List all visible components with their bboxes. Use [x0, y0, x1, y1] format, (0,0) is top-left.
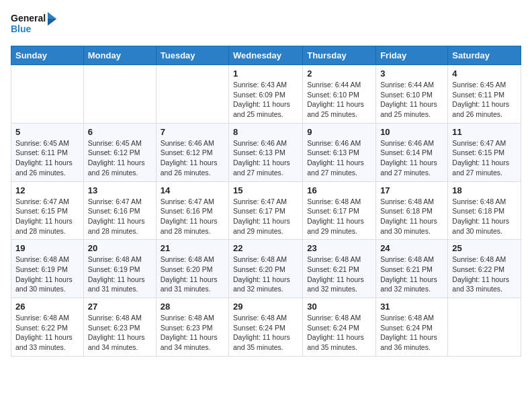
day-detail: Sunrise: 6:46 AM Sunset: 6:12 PM Dayligh… [161, 138, 224, 178]
col-header-friday: Friday [376, 46, 448, 65]
calendar-cell: 28Sunrise: 6:48 AM Sunset: 6:23 PM Dayli… [156, 298, 228, 357]
day-detail: Sunrise: 6:47 AM Sunset: 6:15 PM Dayligh… [15, 197, 79, 236]
day-number: 31 [380, 302, 443, 312]
day-detail: Sunrise: 6:48 AM Sunset: 6:21 PM Dayligh… [307, 255, 371, 294]
day-number: 22 [233, 243, 298, 253]
calendar-cell: 29Sunrise: 6:48 AM Sunset: 6:24 PM Dayli… [229, 298, 303, 357]
calendar-cell: 21Sunrise: 6:48 AM Sunset: 6:20 PM Dayli… [156, 240, 228, 298]
calendar-cell: 4Sunrise: 6:45 AM Sunset: 6:11 PM Daylig… [448, 65, 521, 124]
day-detail: Sunrise: 6:48 AM Sunset: 6:20 PM Dayligh… [161, 255, 224, 294]
day-number: 12 [15, 185, 79, 195]
day-detail: Sunrise: 6:47 AM Sunset: 6:17 PM Dayligh… [233, 197, 298, 236]
day-detail: Sunrise: 6:47 AM Sunset: 6:15 PM Dayligh… [452, 138, 517, 178]
svg-text:General: General [11, 13, 46, 24]
calendar-cell: 8Sunrise: 6:46 AM Sunset: 6:13 PM Daylig… [229, 123, 303, 181]
day-number: 24 [380, 243, 443, 253]
calendar-week-row: 5Sunrise: 6:45 AM Sunset: 6:11 PM Daylig… [11, 123, 521, 181]
day-detail: Sunrise: 6:48 AM Sunset: 6:19 PM Dayligh… [88, 255, 152, 294]
calendar-cell: 10Sunrise: 6:46 AM Sunset: 6:14 PM Dayli… [376, 123, 448, 181]
day-number: 10 [380, 127, 443, 137]
day-number: 5 [15, 127, 79, 137]
calendar-cell: 9Sunrise: 6:46 AM Sunset: 6:13 PM Daylig… [303, 123, 376, 181]
calendar-cell: 17Sunrise: 6:48 AM Sunset: 6:18 PM Dayli… [376, 181, 448, 240]
day-detail: Sunrise: 6:48 AM Sunset: 6:24 PM Dayligh… [233, 313, 298, 353]
calendar-cell: 24Sunrise: 6:48 AM Sunset: 6:21 PM Dayli… [376, 240, 448, 298]
day-number: 3 [380, 68, 443, 79]
calendar-cell: 1Sunrise: 6:43 AM Sunset: 6:09 PM Daylig… [229, 65, 303, 124]
calendar-cell [83, 65, 156, 124]
calendar-cell: 23Sunrise: 6:48 AM Sunset: 6:21 PM Dayli… [303, 240, 376, 298]
day-detail: Sunrise: 6:46 AM Sunset: 6:14 PM Dayligh… [380, 138, 443, 178]
day-detail: Sunrise: 6:48 AM Sunset: 6:24 PM Dayligh… [307, 313, 371, 353]
day-detail: Sunrise: 6:46 AM Sunset: 6:13 PM Dayligh… [233, 138, 298, 178]
day-number: 1 [233, 68, 298, 79]
day-number: 11 [452, 127, 517, 137]
calendar-week-row: 26Sunrise: 6:48 AM Sunset: 6:22 PM Dayli… [11, 298, 521, 357]
day-number: 29 [233, 302, 298, 312]
day-number: 25 [452, 243, 517, 253]
calendar-cell [156, 65, 228, 124]
col-header-tuesday: Tuesday [156, 46, 228, 65]
day-detail: Sunrise: 6:48 AM Sunset: 6:20 PM Dayligh… [233, 255, 298, 294]
calendar-table: SundayMondayTuesdayWednesdayThursdayFrid… [11, 46, 521, 357]
day-number: 17 [380, 185, 443, 195]
calendar-header-row: SundayMondayTuesdayWednesdayThursdayFrid… [11, 46, 521, 65]
day-detail: Sunrise: 6:47 AM Sunset: 6:16 PM Dayligh… [88, 197, 152, 236]
calendar-cell: 25Sunrise: 6:48 AM Sunset: 6:22 PM Dayli… [448, 240, 521, 298]
calendar-cell: 15Sunrise: 6:47 AM Sunset: 6:17 PM Dayli… [229, 181, 303, 240]
calendar-cell: 30Sunrise: 6:48 AM Sunset: 6:24 PM Dayli… [303, 298, 376, 357]
day-detail: Sunrise: 6:48 AM Sunset: 6:23 PM Dayligh… [161, 313, 224, 353]
calendar-cell: 12Sunrise: 6:47 AM Sunset: 6:15 PM Dayli… [11, 181, 84, 240]
col-header-monday: Monday [83, 46, 156, 65]
calendar-cell [448, 298, 521, 357]
day-number: 28 [161, 302, 224, 312]
day-number: 8 [233, 127, 298, 137]
day-detail: Sunrise: 6:44 AM Sunset: 6:10 PM Dayligh… [307, 80, 371, 120]
calendar-cell [11, 65, 84, 124]
calendar-cell: 2Sunrise: 6:44 AM Sunset: 6:10 PM Daylig… [303, 65, 376, 124]
calendar-cell: 22Sunrise: 6:48 AM Sunset: 6:20 PM Dayli… [229, 240, 303, 298]
day-number: 16 [307, 185, 371, 195]
day-number: 18 [452, 185, 517, 195]
day-number: 20 [88, 243, 152, 253]
day-number: 13 [88, 185, 152, 195]
calendar-cell: 13Sunrise: 6:47 AM Sunset: 6:16 PM Dayli… [83, 181, 156, 240]
calendar-week-row: 12Sunrise: 6:47 AM Sunset: 6:15 PM Dayli… [11, 181, 521, 240]
logo-icon: GeneralBlue [11, 11, 58, 38]
day-number: 26 [15, 302, 79, 312]
day-detail: Sunrise: 6:48 AM Sunset: 6:17 PM Dayligh… [307, 197, 371, 236]
calendar-cell: 11Sunrise: 6:47 AM Sunset: 6:15 PM Dayli… [448, 123, 521, 181]
day-detail: Sunrise: 6:45 AM Sunset: 6:11 PM Dayligh… [15, 138, 79, 178]
calendar-cell: 19Sunrise: 6:48 AM Sunset: 6:19 PM Dayli… [11, 240, 84, 298]
day-detail: Sunrise: 6:48 AM Sunset: 6:23 PM Dayligh… [88, 313, 152, 353]
col-header-thursday: Thursday [303, 46, 376, 65]
col-header-saturday: Saturday [448, 46, 521, 65]
day-detail: Sunrise: 6:44 AM Sunset: 6:10 PM Dayligh… [380, 80, 443, 120]
day-detail: Sunrise: 6:48 AM Sunset: 6:18 PM Dayligh… [380, 197, 443, 236]
calendar-cell: 14Sunrise: 6:47 AM Sunset: 6:16 PM Dayli… [156, 181, 228, 240]
day-detail: Sunrise: 6:47 AM Sunset: 6:16 PM Dayligh… [161, 197, 224, 236]
day-number: 6 [88, 127, 152, 137]
calendar-cell: 7Sunrise: 6:46 AM Sunset: 6:12 PM Daylig… [156, 123, 228, 181]
calendar-cell: 18Sunrise: 6:48 AM Sunset: 6:18 PM Dayli… [448, 181, 521, 240]
logo: GeneralBlue [11, 11, 58, 38]
day-detail: Sunrise: 6:48 AM Sunset: 6:24 PM Dayligh… [380, 313, 443, 353]
day-detail: Sunrise: 6:48 AM Sunset: 6:22 PM Dayligh… [452, 255, 517, 294]
day-number: 14 [161, 185, 224, 195]
day-number: 19 [15, 243, 79, 253]
page-header: GeneralBlue [11, 11, 521, 38]
col-header-wednesday: Wednesday [229, 46, 303, 65]
day-number: 2 [307, 68, 371, 79]
day-detail: Sunrise: 6:45 AM Sunset: 6:12 PM Dayligh… [88, 138, 152, 178]
day-detail: Sunrise: 6:48 AM Sunset: 6:22 PM Dayligh… [15, 313, 79, 353]
calendar-cell: 6Sunrise: 6:45 AM Sunset: 6:12 PM Daylig… [83, 123, 156, 181]
day-number: 4 [452, 68, 517, 79]
day-number: 7 [161, 127, 224, 137]
calendar-cell: 31Sunrise: 6:48 AM Sunset: 6:24 PM Dayli… [376, 298, 448, 357]
calendar-cell: 3Sunrise: 6:44 AM Sunset: 6:10 PM Daylig… [376, 65, 448, 124]
calendar-cell: 5Sunrise: 6:45 AM Sunset: 6:11 PM Daylig… [11, 123, 84, 181]
day-number: 21 [161, 243, 224, 253]
calendar-week-row: 1Sunrise: 6:43 AM Sunset: 6:09 PM Daylig… [11, 65, 521, 124]
day-number: 30 [307, 302, 371, 312]
day-detail: Sunrise: 6:46 AM Sunset: 6:13 PM Dayligh… [307, 138, 371, 178]
